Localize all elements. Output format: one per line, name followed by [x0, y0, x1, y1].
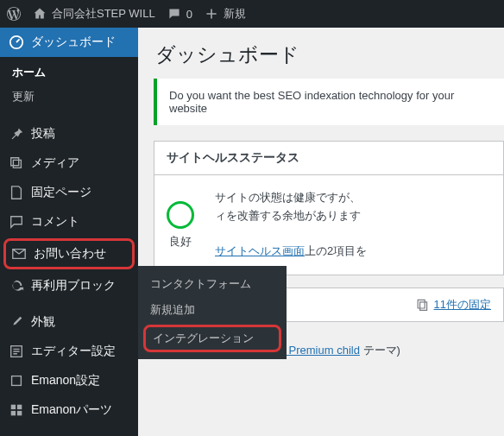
settings-icon: [9, 373, 24, 389]
svg-rect-3: [11, 405, 16, 409]
page-icon: [9, 185, 24, 200]
pages-stack-icon: [415, 298, 429, 312]
menu-media[interactable]: メディア: [0, 148, 138, 178]
mail-icon: [11, 246, 27, 262]
panel-heading: サイトヘルスステータス: [154, 142, 503, 175]
dashboard-icon: [9, 35, 24, 50]
draft-link[interactable]: 11件の固定: [434, 297, 491, 313]
admin-bar: 合同会社STEP WILL 0 新規: [0, 0, 504, 28]
menu-label: Emanon設定: [31, 373, 100, 389]
comments-count[interactable]: 0: [167, 7, 192, 21]
health-indicator-icon: [167, 201, 194, 229]
admin-sidebar: ダッシュボード ホーム 更新 投稿 メディア 固定ページ コメント お問い合わせ: [0, 28, 138, 436]
parts-icon: [9, 402, 24, 418]
site-name[interactable]: 合同会社STEP WILL: [33, 6, 155, 22]
svg-rect-5: [11, 411, 16, 415]
menu-reusable[interactable]: 再利用ブロック: [0, 271, 138, 300]
flyout-integration[interactable]: インテグレーション: [146, 327, 279, 350]
menu-editor-settings[interactable]: エディター設定: [0, 337, 138, 366]
recycle-icon: [9, 278, 24, 294]
menu-label: 外観: [31, 314, 55, 330]
flyout-add-new[interactable]: 新規追加: [138, 297, 287, 323]
plus-icon: [205, 7, 218, 21]
new-label: 新規: [224, 6, 246, 22]
svg-rect-4: [17, 405, 22, 409]
site-health-link[interactable]: サイトヘルス画面: [215, 244, 305, 257]
submenu-home[interactable]: ホーム: [0, 60, 138, 85]
new-button[interactable]: 新規: [205, 6, 246, 22]
svg-rect-2: [12, 376, 22, 386]
menu-pages[interactable]: 固定ページ: [0, 178, 138, 207]
health-text: サイトの状態は健康ですが、 ィを改善する余地があります サイトヘルス画面上の2項…: [215, 189, 491, 261]
site-health-panel: サイトヘルスステータス 良好 サイトの状態は健康ですが、 ィを改善する余地があり…: [154, 141, 504, 275]
content-area: ダッシュボード Do you want the best SEO indexat…: [138, 28, 504, 436]
wp-logo[interactable]: [7, 7, 21, 21]
menu-label: コメント: [31, 214, 79, 230]
menu-dashboard[interactable]: ダッシュボード: [0, 28, 138, 57]
media-icon: [9, 155, 24, 171]
highlight-integration: インテグレーション: [143, 325, 281, 352]
menu-label: 固定ページ: [31, 185, 91, 200]
contact-flyout: コンタクトフォーム 新規追加 インテグレーション: [138, 266, 287, 359]
health-status: 良好: [169, 234, 192, 250]
submenu-updates[interactable]: 更新: [0, 85, 138, 109]
menu-posts[interactable]: 投稿: [0, 119, 138, 148]
editor-icon: [9, 344, 24, 359]
highlight-contact: お問い合わせ: [3, 238, 135, 269]
flyout-contact-forms[interactable]: コンタクトフォーム: [138, 271, 287, 297]
menu-label: お問い合わせ: [34, 246, 106, 262]
menu-contact[interactable]: お問い合わせ: [6, 241, 132, 267]
seo-notice: Do you want the best SEO indexation tech…: [154, 79, 504, 125]
menu-comments[interactable]: コメント: [0, 207, 138, 237]
menu-label: ダッシュボード: [31, 35, 116, 50]
menu-label: エディター設定: [31, 344, 116, 359]
comment-icon: [167, 7, 181, 21]
menu-label: 再利用ブロック: [31, 278, 116, 294]
comments-badge: 0: [186, 8, 192, 21]
svg-rect-6: [17, 411, 22, 415]
comment-icon: [9, 214, 24, 230]
menu-label: メディア: [31, 155, 79, 171]
dashboard-submenu: ホーム 更新: [0, 57, 138, 112]
menu-emanon-settings[interactable]: Emanon設定: [0, 366, 138, 395]
home-icon: [33, 7, 47, 21]
site-name-label: 合同会社STEP WILL: [52, 6, 155, 22]
menu-label: Emanonパーツ: [31, 402, 112, 418]
brush-icon: [9, 314, 24, 330]
menu-label: 投稿: [31, 126, 55, 142]
page-title: ダッシュボード: [138, 28, 504, 79]
pin-icon: [9, 126, 24, 142]
menu-appearance[interactable]: 外観: [0, 307, 138, 337]
menu-emanon-parts[interactable]: Emanonパーツ: [0, 395, 138, 425]
